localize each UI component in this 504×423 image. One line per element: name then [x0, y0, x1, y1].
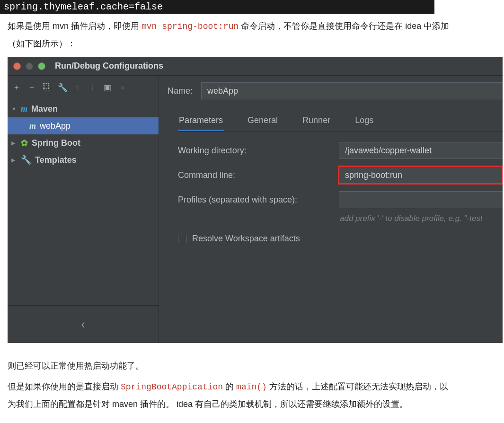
- paragraph-1: 如果是使用 mvn 插件启动，即使用 mvn spring-boot:run 命…: [8, 18, 452, 52]
- maximize-icon[interactable]: [38, 62, 45, 70]
- copy-icon[interactable]: ⿻: [43, 83, 51, 92]
- close-icon[interactable]: [13, 62, 21, 70]
- inline-code: main(): [236, 382, 267, 392]
- profiles-hint: add prefix '-' to disable profile, e.g. …: [339, 214, 503, 223]
- wrench-icon: 🔧: [21, 155, 31, 165]
- tree-label: Spring Boot: [32, 138, 80, 148]
- command-line-label: Command line:: [178, 170, 339, 180]
- tree-label: Maven: [31, 104, 58, 114]
- window-title: Run/Debug Configurations: [55, 61, 163, 71]
- more-icon[interactable]: »: [118, 83, 127, 92]
- text: 如果是使用 mvn 插件启动，即使用: [8, 21, 141, 31]
- tab-runner[interactable]: Runner: [301, 113, 331, 131]
- command-line-input[interactable]: [339, 167, 503, 184]
- name-input[interactable]: [201, 82, 503, 99]
- move-up-icon[interactable]: ↑: [73, 83, 81, 92]
- text: 但是如果你使用的是直接启动: [8, 382, 121, 391]
- chevron-right-icon: ▶: [11, 140, 17, 146]
- folder-icon[interactable]: ▣: [103, 83, 112, 93]
- ide-body: + − ⿻ 🔧 ↑ ↓ ▣ » ▼ m Maven m webApp: [8, 76, 503, 343]
- inline-code: SpringBootAppication: [121, 382, 223, 392]
- add-icon[interactable]: +: [12, 83, 21, 92]
- mnemonic: W: [225, 234, 233, 243]
- maven-icon: m: [21, 104, 27, 114]
- parameters-form: Working directory: Command line: Profile…: [178, 142, 503, 244]
- minimize-icon[interactable]: [26, 62, 33, 70]
- config-tree: ▼ m Maven m webApp ▶ ✿ Spring Boot ▶ 🔧 T…: [8, 99, 159, 305]
- move-down-icon[interactable]: ↓: [88, 83, 97, 92]
- resolve-workspace-label: Resolve Workspace artifacts: [192, 234, 300, 244]
- collapse-sidebar-button[interactable]: ‹: [8, 305, 159, 343]
- inline-code: mvn spring-boot:run: [141, 22, 239, 31]
- paragraph-3: 但是如果你使用的是直接启动 SpringBootAppication 的 mai…: [8, 378, 452, 413]
- text: Resolve: [192, 234, 225, 243]
- paragraph-2: 则已经可以正常使用热启动功能了。: [8, 357, 452, 374]
- working-dir-input[interactable]: [339, 142, 503, 159]
- profiles-input[interactable]: [339, 191, 503, 208]
- sidebar-toolbar: + − ⿻ 🔧 ↑ ↓ ▣ »: [8, 76, 159, 99]
- tab-parameters[interactable]: Parameters: [178, 113, 224, 131]
- name-row: Name:: [168, 82, 503, 99]
- checkbox-icon[interactable]: [178, 235, 186, 243]
- tab-logs[interactable]: Logs: [354, 113, 374, 131]
- tree-node-templates[interactable]: ▶ 🔧 Templates: [8, 151, 159, 168]
- code-banner: spring.thymeleaf.cache=false: [0, 0, 434, 14]
- tree-label: Templates: [35, 155, 77, 165]
- tree-node-maven[interactable]: ▼ m Maven: [8, 100, 159, 117]
- maven-icon: m: [29, 121, 36, 131]
- chevron-down-icon: ▼: [11, 106, 17, 112]
- tree-node-webapp[interactable]: m webApp: [8, 117, 159, 134]
- tab-general[interactable]: General: [247, 113, 279, 131]
- text: 的: [223, 382, 236, 391]
- wrench-icon[interactable]: 🔧: [58, 83, 66, 93]
- profiles-label: Profiles (separated with space):: [178, 195, 339, 205]
- tree-node-springboot[interactable]: ▶ ✿ Spring Boot: [8, 134, 159, 151]
- spring-icon: ✿: [21, 138, 28, 148]
- sidebar: + − ⿻ 🔧 ↑ ↓ ▣ » ▼ m Maven m webApp: [8, 76, 159, 343]
- tree-label: webApp: [40, 121, 71, 131]
- remove-icon[interactable]: −: [27, 83, 36, 92]
- tabs: Parameters General Runner Logs: [178, 113, 503, 132]
- chevron-left-icon: ‹: [81, 317, 85, 332]
- working-dir-label: Working directory:: [178, 146, 339, 156]
- chevron-right-icon: ▶: [11, 157, 17, 163]
- main-panel: Name: Parameters General Runner Logs Wor…: [159, 76, 503, 343]
- window-titlebar: Run/Debug Configurations: [8, 57, 503, 76]
- ide-screenshot: Run/Debug Configurations + − ⿻ 🔧 ↑ ↓ ▣ »…: [8, 57, 503, 343]
- name-label: Name:: [168, 86, 193, 96]
- resolve-workspace-row[interactable]: Resolve Workspace artifacts: [178, 234, 503, 244]
- text: orkspace artifacts: [233, 234, 300, 243]
